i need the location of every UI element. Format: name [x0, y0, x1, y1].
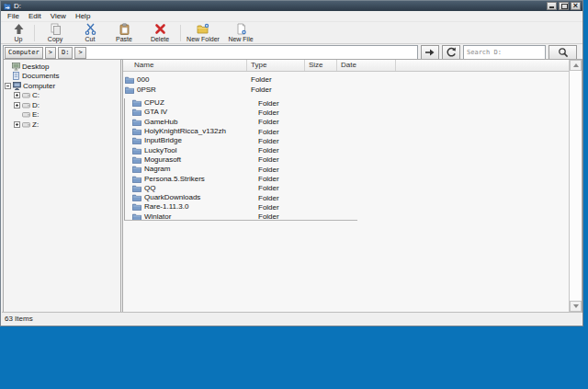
breadcrumb-chevron[interactable]: >	[74, 47, 85, 59]
file-name: 000	[137, 75, 149, 85]
file-row[interactable]: HolyKnightRicca_v132zh Folder	[130, 127, 357, 136]
file-name: GTA IV	[144, 108, 167, 117]
item-count: 63 Items	[5, 315, 33, 323]
file-name: Persona.5.Strikers	[144, 175, 205, 184]
search-button[interactable]	[548, 45, 577, 60]
folder-icon	[132, 137, 141, 144]
up-arrow-icon	[13, 23, 25, 35]
up-button[interactable]: Up	[5, 23, 32, 43]
file-manager-window: D: × File Edit View Help Up	[0, 0, 583, 326]
close-button[interactable]: ×	[571, 2, 581, 10]
computer-icon	[13, 82, 21, 90]
file-name: GameHub	[144, 118, 177, 127]
app-icon	[4, 3, 11, 10]
chevron-down-icon	[573, 304, 579, 308]
folder-icon	[125, 76, 134, 84]
drive-icon	[22, 91, 30, 99]
file-row[interactable]: Winlator Folder	[130, 212, 357, 221]
tree-item-computer[interactable]: Computer	[4, 81, 120, 91]
scroll-up-button[interactable]	[570, 60, 582, 71]
menu-item[interactable]: File	[3, 11, 24, 21]
maximize-button[interactable]	[559, 2, 569, 10]
folder-icon	[132, 119, 141, 126]
new-file-button[interactable]: New File	[223, 23, 258, 43]
file-row[interactable]: Mogurasoft Folder	[130, 155, 357, 165]
file-type: Folder	[254, 137, 312, 145]
go-arrow-icon	[424, 48, 435, 57]
delete-button[interactable]: Delete	[141, 23, 178, 43]
folder-icon	[132, 128, 141, 135]
expand-expander-icon[interactable]	[14, 92, 20, 98]
folder-icon	[132, 109, 141, 116]
menu-item[interactable]: View	[46, 11, 71, 21]
cut-button[interactable]: Cut	[74, 23, 107, 43]
go-button[interactable]	[421, 45, 439, 60]
breadcrumb-chevron[interactable]: >	[45, 47, 56, 59]
tree-item-documents[interactable]: Documents	[4, 72, 120, 82]
file-row[interactable]: Persona.5.Strikers Folder	[130, 174, 357, 183]
tree-item-desktop[interactable]: Desktop	[4, 62, 120, 72]
folder-icon	[132, 176, 141, 183]
minimize-button[interactable]	[547, 2, 557, 10]
expand-expander-icon[interactable]	[14, 121, 20, 128]
breadcrumb-drive-d[interactable]: D:	[58, 47, 73, 59]
new-folder-button[interactable]: New Folder	[183, 23, 223, 43]
file-row[interactable]: GTA IV Folder	[130, 108, 357, 117]
column-header-size[interactable]: Size	[305, 60, 337, 71]
search-magnifier-icon	[558, 47, 569, 58]
file-name: CPUZ	[144, 98, 164, 108]
file-row[interactable]: CPUZ Folder	[130, 98, 357, 108]
new-folder-icon	[197, 23, 209, 35]
documents-icon	[12, 72, 20, 80]
file-list: 000 Folder 0PSR Folder	[123, 74, 569, 95]
chevron-up-icon	[573, 63, 579, 67]
file-row[interactable]: 000 Folder	[123, 74, 569, 85]
file-row[interactable]: LuckyTool Folder	[130, 145, 357, 154]
title-bar[interactable]: D: ×	[1, 1, 582, 11]
tree-item-drive-d[interactable]: D:	[4, 100, 120, 110]
vertical-scrollbar[interactable]	[569, 60, 582, 312]
column-header-type[interactable]: Type	[247, 60, 305, 71]
paste-button[interactable]: Paste	[107, 23, 141, 43]
scroll-down-button[interactable]	[570, 301, 582, 312]
folder-icon	[132, 194, 141, 201]
copy-button[interactable]: Copy	[37, 23, 74, 43]
menu-item[interactable]: Edit	[24, 11, 46, 21]
file-row[interactable]: InputBridge Folder	[130, 136, 357, 145]
file-type: Folder	[254, 109, 312, 117]
window-title: D:	[14, 2, 21, 11]
file-row[interactable]: 0PSR Folder	[123, 85, 569, 95]
file-name: HolyKnightRicca_v132zh	[144, 127, 226, 136]
file-name: Nagram	[144, 165, 170, 174]
file-type: Folder	[254, 128, 312, 136]
address-bar[interactable]: Computer > D: >	[3, 45, 418, 60]
tree-item-drive-e[interactable]: E:	[4, 110, 120, 120]
expand-expander-icon[interactable]	[14, 102, 20, 109]
toolbar: Up Copy Cut Paste	[1, 21, 582, 44]
file-row[interactable]: Rare-1.11.3.0 Folder	[130, 202, 357, 212]
file-name: Mogurasoft	[144, 155, 181, 165]
sidebar: Desktop Documents Computer	[3, 59, 121, 313]
search-input[interactable]	[463, 45, 546, 60]
column-header-name[interactable]: Name	[123, 60, 247, 71]
new-file-icon	[235, 23, 247, 35]
folder-icon	[132, 156, 141, 164]
file-name: QQ	[144, 184, 155, 193]
menu-item[interactable]: Help	[71, 11, 95, 21]
file-row[interactable]: Nagram Folder	[130, 165, 357, 174]
tree-item-drive-z[interactable]: Z:	[4, 120, 120, 130]
file-name: Winlator	[144, 212, 171, 221]
file-row[interactable]: GameHub Folder	[130, 118, 357, 127]
breadcrumb-computer[interactable]: Computer	[5, 47, 43, 59]
file-type: Folder	[254, 166, 312, 174]
file-row[interactable]: QQ Folder	[130, 184, 357, 193]
collapse-expander-icon[interactable]	[5, 83, 11, 89]
drive-icon	[22, 110, 30, 119]
column-header-row: Name Type Size Date	[123, 60, 569, 72]
file-name: 0PSR	[137, 86, 156, 95]
tree-item-drive-c[interactable]: C:	[4, 91, 120, 101]
refresh-button[interactable]	[442, 45, 460, 60]
column-header-date[interactable]: Date	[337, 60, 396, 71]
file-row[interactable]: QuarkDownloads Folder	[130, 193, 357, 202]
desktop-icon	[12, 63, 20, 71]
